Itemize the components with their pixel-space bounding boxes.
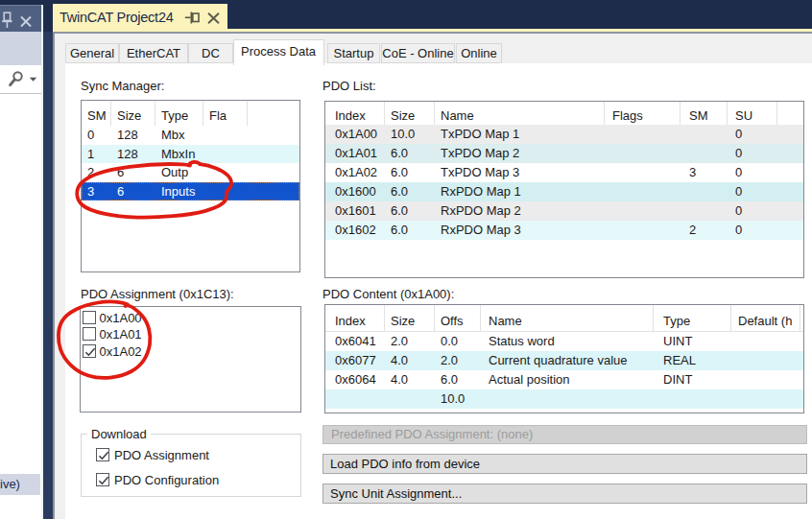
sync-manager-table[interactable]: SMSizeTypeFla0128Mbx1128MbxIn26Outp36Inp… [81, 100, 300, 272]
download-group [81, 434, 301, 497]
column-header[interactable]: Fla [203, 101, 248, 126]
table-cell [731, 351, 807, 370]
table-cell: 6.0 [385, 221, 441, 240]
column-header[interactable]: Name [435, 102, 605, 125]
tab-coe-online[interactable]: CoE - Online [381, 43, 455, 63]
table-row[interactable]: 1128MbxIn [82, 145, 299, 164]
table-cell: Outp [155, 163, 209, 182]
column-header[interactable]: Index [325, 305, 385, 331]
checkbox-unchecked[interactable] [83, 311, 96, 324]
table-row[interactable]: 0x1A016.0TxPDO Map 20 [325, 144, 803, 163]
table-cell: 2.0 [435, 351, 487, 370]
tab-ethercat[interactable]: EtherCAT [119, 43, 188, 63]
tab-startup[interactable]: Startup [327, 43, 380, 63]
pdo-list-table[interactable]: IndexSizeNameFlagsSMSU0x1A0010.0TxPDO Ma… [324, 101, 804, 278]
close-icon[interactable] [19, 15, 33, 28]
table-cell [605, 144, 688, 163]
checkbox-label: PDO Configuration [114, 473, 219, 487]
table-row[interactable]: 26Outp [82, 163, 299, 182]
column-header[interactable]: Type [155, 101, 203, 126]
table-row[interactable]: 0x16016.0RxPDO Map 20 [325, 201, 803, 221]
table-cell [203, 163, 253, 182]
table-cell: 6.0 [385, 182, 441, 201]
checkbox-label: 0x1A01 [100, 327, 142, 342]
table-cell: 128 [111, 145, 161, 164]
table-cell [731, 370, 807, 389]
search-box[interactable] [0, 65, 41, 94]
table-cell: 6 [111, 163, 161, 182]
table-row[interactable]: 0x60644.06.0Actual positionDINT [325, 370, 803, 389]
pdo-assignment-list[interactable]: 0x1A000x1A010x1A02 [80, 306, 301, 413]
predefined-pdo-assignment-button: Predefined PDO Assignment: (none) [322, 425, 807, 444]
column-header[interactable]: Offs [435, 305, 481, 331]
table-cell: 6 [111, 182, 161, 201]
table-cell: MbxIn [155, 145, 209, 164]
table-cell [385, 389, 441, 409]
pdo-content-table[interactable]: IndexSizeOffsNameTypeDefault (h0x60412.0… [324, 304, 804, 413]
table-cell: REAL [654, 351, 741, 370]
column-header[interactable] [777, 102, 803, 125]
document-tab[interactable]: TwinCAT Project24 [53, 4, 227, 29]
pdo-content-label: PDO Content (0x1A00): [322, 287, 454, 301]
table-cell [654, 389, 741, 409]
column-header[interactable]: Flags [605, 102, 681, 125]
table-cell: Inputs [155, 182, 209, 201]
table-cell [203, 126, 253, 145]
table-cell: 0 [728, 125, 785, 144]
tab-dc[interactable]: DC [188, 43, 233, 63]
pin-icon[interactable] [184, 11, 200, 25]
table-cell [203, 145, 253, 164]
table-row[interactable]: 0x1A0010.0TxPDO Map 10 [325, 125, 803, 144]
table-cell [203, 182, 253, 201]
pin-icon[interactable] [1, 12, 14, 29]
checkbox-checked[interactable] [83, 344, 96, 358]
column-header[interactable] [248, 101, 299, 126]
table-row[interactable]: 0x60412.00.0Status wordUINT [325, 332, 803, 351]
table-row[interactable]: 0x60774.02.0Current quadrature valueREAL [325, 351, 803, 370]
table-row[interactable]: 0x16026.0RxPDO Map 320 [325, 221, 803, 240]
search-icon [8, 69, 27, 90]
column-header[interactable] [800, 305, 803, 331]
column-header[interactable]: Size [385, 305, 435, 331]
table-cell: 10.0 [385, 125, 441, 144]
sync-unit-assignment-button[interactable]: Sync Unit Assignment... [322, 484, 807, 504]
table-row[interactable]: 0x16006.0RxPDO Map 10 [325, 182, 803, 201]
load-pdo-info-button[interactable]: Load PDO info from device [322, 454, 807, 474]
column-header[interactable]: Size [385, 102, 435, 125]
checkbox-checked[interactable] [96, 448, 109, 461]
table-cell: 2.0 [385, 332, 441, 351]
table-cell: TxPDO Map 3 [435, 163, 610, 182]
column-header[interactable]: Type [654, 305, 731, 331]
table-cell [481, 389, 661, 409]
table-cell [605, 125, 688, 144]
column-header[interactable]: SM [681, 102, 728, 125]
tab-general[interactable]: General [65, 43, 119, 63]
table-row[interactable]: 36Inputs [82, 182, 299, 201]
column-header[interactable]: Size [111, 101, 155, 126]
close-icon[interactable] [207, 12, 220, 25]
checkbox-checked[interactable] [96, 473, 109, 486]
table-row[interactable]: 0x1A026.0TxPDO Map 330 [325, 163, 803, 182]
chevron-down-icon[interactable] [29, 77, 37, 83]
column-header[interactable]: Index [325, 102, 385, 125]
table-cell: 0 [728, 163, 785, 182]
column-header[interactable]: SM [82, 101, 111, 126]
table-cell: 6.0 [435, 370, 487, 389]
table-cell: 4.0 [385, 370, 441, 389]
tool-window-body [0, 94, 41, 519]
column-header[interactable]: SU [728, 102, 777, 125]
checkbox-label: 0x1A00 [100, 311, 142, 325]
tab-process-data[interactable]: Process Data [233, 39, 324, 65]
table-cell: 6.0 [385, 163, 441, 182]
pdo-list-label: PDO List: [322, 79, 376, 93]
tab-online[interactable]: Online [456, 43, 502, 63]
table-cell [605, 221, 688, 240]
table-cell: Mbx [155, 126, 209, 145]
table-row[interactable]: 10.0 [325, 389, 803, 409]
checkbox-label: 0x1A02 [100, 344, 142, 359]
column-header[interactable]: Name [481, 305, 654, 331]
column-header[interactable]: Default (h [731, 305, 800, 331]
checkbox-unchecked[interactable] [83, 327, 96, 341]
tree-item-selected[interactable]: ive) [0, 474, 40, 495]
table-row[interactable]: 0128Mbx [82, 126, 299, 145]
